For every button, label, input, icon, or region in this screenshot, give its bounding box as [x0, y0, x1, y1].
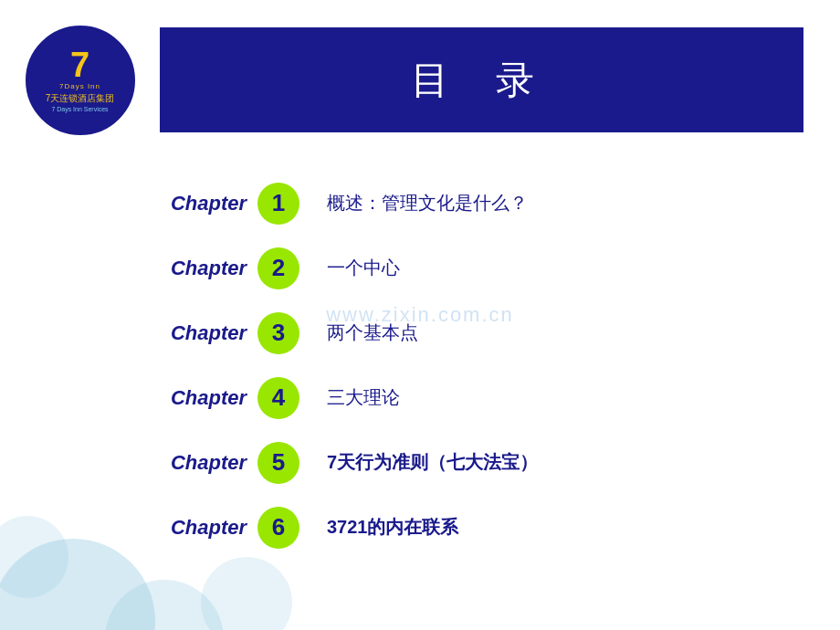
chapter-label-4: Chapter: [146, 386, 247, 410]
chapter-number-6: 6: [257, 507, 299, 549]
chapter-label-5: Chapter: [146, 451, 247, 475]
chapter-number-5: 5: [257, 442, 299, 484]
chapter-title-6: 3721的内在联系: [327, 515, 459, 540]
chapter-row-3: Chapter3两个基本点: [146, 308, 803, 358]
chapter-label-2: Chapter: [146, 257, 247, 280]
logo-area: 7 7Days Inn 7天连锁酒店集团 7 Days Inn Services: [0, 0, 160, 160]
chapter-title-3: 两个基本点: [327, 320, 418, 345]
svg-point-1: [105, 580, 224, 630]
chapter-label-3: Chapter: [146, 321, 247, 345]
logo-number: 7: [70, 47, 89, 82]
chapter-title-4: 三大理论: [327, 385, 400, 410]
chapter-label-1: Chapter: [146, 192, 247, 215]
chapter-row-4: Chapter4三大理论: [146, 373, 803, 423]
chapter-row-2: Chapter2一个中心: [146, 243, 803, 293]
page-title: 目 录: [411, 55, 553, 106]
chapter-title-5: 7天行为准则（七大法宝）: [327, 450, 538, 475]
logo-circle: 7 7Days Inn 7天连锁酒店集团 7 Days Inn Services: [26, 26, 135, 135]
header: 7 7Days Inn 7天连锁酒店集团 7 Days Inn Services…: [0, 0, 840, 160]
chapter-row-1: Chapter1概述：管理文化是什么？: [146, 178, 803, 228]
chapter-title-1: 概述：管理文化是什么？: [327, 191, 528, 215]
chapter-label-6: Chapter: [146, 516, 247, 540]
chapter-number-1: 1: [257, 183, 299, 225]
title-banner: 目 录: [160, 27, 803, 132]
logo-brand-en: 7Days Inn: [59, 82, 100, 90]
logo-tagline: 7 Days Inn Services: [51, 106, 108, 112]
logo-brand-cn: 7天连锁酒店集团: [46, 92, 115, 105]
chapter-number-4: 4: [257, 377, 299, 419]
chapter-number-2: 2: [257, 247, 299, 289]
chapter-row-6: Chapter63721的内在联系: [146, 502, 803, 552]
chapter-list: Chapter1概述：管理文化是什么？Chapter2一个中心Chapter3两…: [0, 160, 840, 585]
chapter-title-2: 一个中心: [327, 256, 400, 280]
chapter-number-3: 3: [257, 312, 299, 354]
chapter-row-5: Chapter57天行为准则（七大法宝）: [146, 437, 803, 488]
